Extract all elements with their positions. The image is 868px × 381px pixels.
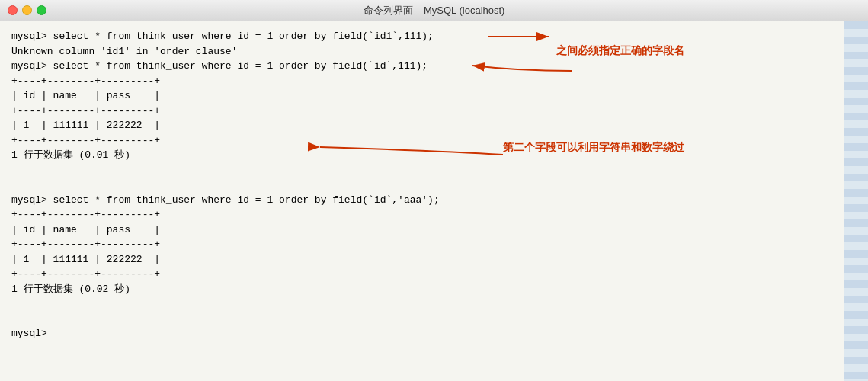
fullscreen-button[interactable] [37,5,46,15]
terminal-content: mysql> select * from think_user where id… [11,29,832,341]
title-bar: 命令列界面 – MySQL (localhost) [0,0,868,21]
main-container: mysql> select * from think_user where id… [0,21,868,381]
traffic-lights [8,5,46,15]
sidebar-stripe [844,21,868,381]
close-button[interactable] [8,5,18,15]
terminal-area[interactable]: mysql> select * from think_user where id… [0,21,844,381]
window-title: 命令列界面 – MySQL (localhost) [364,4,505,18]
minimize-button[interactable] [22,5,32,15]
